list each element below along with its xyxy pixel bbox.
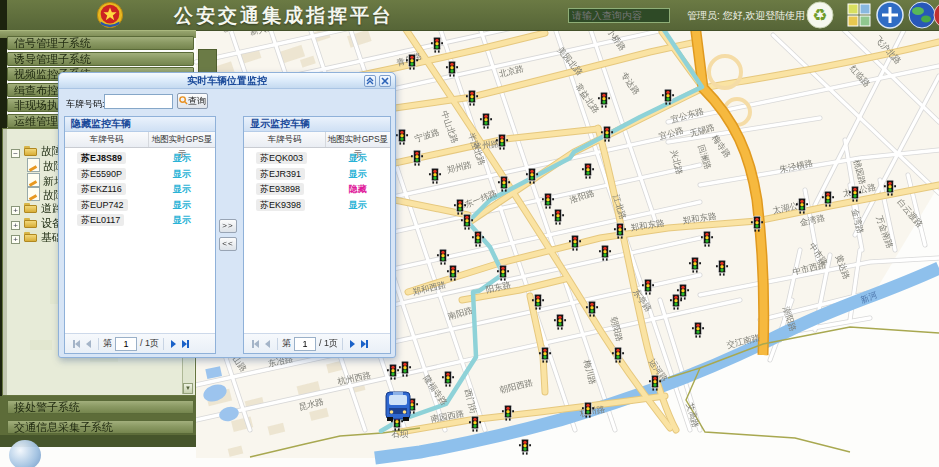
bus-icon[interactable]: [386, 392, 410, 421]
page-label: 第: [282, 337, 291, 350]
gps-toggle-link[interactable]: 隐藏: [349, 184, 367, 194]
gps-toggle-link[interactable]: 显示: [173, 215, 191, 225]
add-icon[interactable]: [876, 1, 904, 29]
folder-icon: [24, 203, 38, 214]
vehicle-row[interactable]: 苏EKZ116显示: [65, 182, 215, 198]
vehicle-row[interactable]: 苏EUP742显示: [65, 198, 215, 214]
layers-grid-icon[interactable]: [845, 1, 873, 29]
header-search-input[interactable]: [568, 8, 670, 23]
col-header-plate: 车牌号码: [65, 132, 149, 147]
road-label: 石坝: [392, 429, 410, 439]
prev-page-icon[interactable]: [265, 340, 270, 348]
page-input[interactable]: [294, 337, 316, 351]
plate-number: 苏EL0117: [77, 214, 124, 226]
folder-icon: [24, 218, 38, 229]
gps-toggle-link[interactable]: 显示: [349, 153, 367, 163]
hidden-vehicles-panel: 隐藏监控车辆 车牌号码 地图实时GPS显示 苏EJ8S89显示苏E5590P显示…: [64, 116, 216, 354]
application-window: 青岛路中山北路北京路美园北路常益北路常州路宁波路半泾北路郑州路华东一纬路洛阳路江…: [0, 0, 939, 467]
page-total: / 1页: [140, 337, 159, 350]
police-emblem-logo: [96, 1, 124, 29]
next-page-icon[interactable]: [171, 340, 176, 348]
shown-vehicles-title: 显示监控车辆: [244, 117, 390, 132]
globe-icon[interactable]: [908, 1, 936, 29]
vehicle-row[interactable]: 苏EJR391显示: [244, 167, 390, 183]
first-page-icon[interactable]: [73, 340, 80, 348]
plate-number: 苏EK9398: [256, 199, 305, 211]
document-icon: [27, 158, 40, 172]
app-title: 公安交通集成指挥平台: [174, 3, 394, 29]
welcome-text: 管理员: 您好,欢迎登陆使用: [687, 9, 805, 23]
last-page-icon[interactable]: [182, 340, 189, 348]
page-input[interactable]: [115, 337, 137, 351]
vehicle-row[interactable]: 苏E5590P显示: [65, 167, 215, 183]
shown-vehicles-panel: 显示监控车辆 车牌号码 地图实时GPS显示 苏EQK003显示苏EJR391显示…: [243, 116, 391, 354]
gps-toggle-link[interactable]: 显示: [173, 184, 191, 194]
document-icon: [27, 173, 40, 187]
folder-icon: [24, 146, 38, 157]
plate-number: 苏E5590P: [77, 168, 126, 180]
pagination-bar: 第/ 1页: [244, 333, 390, 353]
plate-number: 苏EKZ116: [77, 183, 126, 195]
col-header-gps: 地图实时GPS显示: [149, 132, 215, 147]
page-total: / 1页: [319, 337, 338, 350]
plate-number: 苏EUP742: [77, 199, 128, 211]
gps-toggle-link[interactable]: 显示: [349, 200, 367, 210]
collapse-icon[interactable]: [364, 75, 376, 87]
vehicle-row[interactable]: 苏EJ8S89显示: [65, 151, 215, 167]
vehicle-monitor-dialog: 实时车辆位置监控 车牌号码: 查询 隐藏监控车辆 车牌号码 地图实时GPS显示 …: [58, 72, 396, 358]
move-left-button[interactable]: <<: [219, 237, 237, 251]
close-icon[interactable]: [379, 75, 391, 87]
col-header-plate: 车牌号码: [244, 132, 326, 147]
plate-number-input[interactable]: [104, 94, 173, 109]
tree-expander-icon[interactable]: +: [11, 235, 20, 244]
vehicle-row[interactable]: 苏EL0117显示: [65, 213, 215, 229]
first-page-icon[interactable]: [252, 340, 259, 348]
svg-text:♻: ♻: [812, 6, 827, 25]
recycle-icon[interactable]: ♻: [806, 1, 834, 29]
col-header-gps: 地图实时GPS显示: [326, 132, 390, 147]
plate-number: 苏EJR391: [256, 168, 305, 180]
prev-page-icon[interactable]: [86, 340, 91, 348]
last-page-icon[interactable]: [361, 340, 368, 348]
vehicle-row[interactable]: 苏EQK003显示: [244, 151, 390, 167]
folder-icon: [24, 232, 38, 243]
plate-number: 苏EJ8S89: [77, 152, 126, 164]
sidebar-item[interactable]: 诱导管理子系统: [7, 52, 194, 66]
plate-number-label: 车牌号码:: [66, 98, 105, 111]
hidden-vehicles-title: 隐藏监控车辆: [65, 117, 215, 132]
vehicle-row[interactable]: 苏EK9398显示: [244, 198, 390, 214]
gps-toggle-link[interactable]: 显示: [173, 169, 191, 179]
gps-toggle-link[interactable]: 显示: [173, 153, 191, 163]
plate-number: 苏E93898: [256, 183, 304, 195]
corner-orb: [9, 440, 41, 467]
sidebar-item[interactable]: 信号管理子系统: [7, 36, 194, 50]
gps-toggle-link[interactable]: 显示: [173, 200, 191, 210]
next-page-icon[interactable]: [350, 340, 355, 348]
scroll-down-button[interactable]: ▼: [183, 383, 193, 394]
move-right-button[interactable]: >>: [219, 219, 237, 233]
vehicle-row[interactable]: 苏E93898隐藏: [244, 182, 390, 198]
document-icon: [27, 187, 40, 201]
gps-toggle-link[interactable]: 显示: [349, 169, 367, 179]
tree-expander-icon[interactable]: +: [11, 206, 20, 215]
alarm-icon[interactable]: [933, 1, 939, 29]
plate-number: 苏EQK003: [256, 152, 307, 164]
sidebar-item[interactable]: 交通信息采集子系统: [7, 420, 194, 434]
sidebar-item[interactable]: 接处警子系统: [7, 400, 194, 414]
search-button[interactable]: 查询: [177, 93, 208, 109]
dialog-title[interactable]: 实时车辆位置监控: [59, 73, 395, 89]
page-label: 第: [103, 337, 112, 350]
tree-expander-icon[interactable]: −: [11, 149, 20, 158]
tree-expander-icon[interactable]: +: [11, 221, 20, 230]
pagination-bar: 第/ 1页: [65, 333, 215, 353]
